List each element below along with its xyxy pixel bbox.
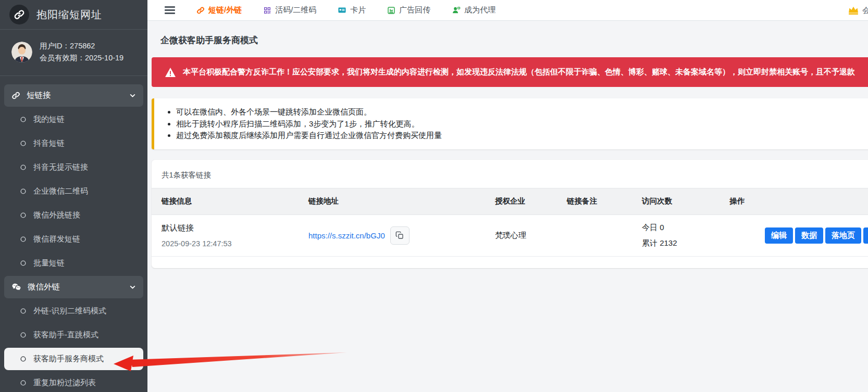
- sidebar-item-douyin-noprompt[interactable]: 抖音无提示链接: [4, 156, 143, 179]
- chevron-down-icon: [129, 92, 136, 99]
- table-header-row: 链接信息 链接地址 授权企业 链接备注 访问次数 操作: [152, 188, 868, 215]
- circle-icon: [20, 212, 27, 219]
- wechat-icon: [11, 282, 21, 292]
- sidebar-menu: 短链接 我的短链 抖音短链 抖音无提示链接 企业微信二维码 微信外跳链接 微信群…: [0, 76, 147, 392]
- anti-fraud-alert: 本平台积极配合警方反诈工作！应公安部要求，我们将对生成的内容进行检测，如发现违反…: [152, 57, 868, 87]
- agent-icon: [452, 6, 461, 15]
- circle-icon: [20, 164, 27, 171]
- circle-icon: [20, 308, 27, 314]
- card-icon: [338, 6, 346, 15]
- circle-icon: [20, 332, 27, 338]
- app-logo-link-icon: [9, 5, 29, 24]
- qrcode-icon: [263, 6, 271, 15]
- links-count-summary: 共1条获客链接: [152, 160, 868, 188]
- nav-tab-livecode-qrcode[interactable]: 活码/二维码: [263, 5, 316, 15]
- short-url-link[interactable]: https://s.szzit.cn/bGJ0: [308, 231, 385, 240]
- tip-item: 超过免费添加额度后继续添加用户需要自行通过企业微信官方付费购买使用量: [176, 130, 868, 142]
- sidebar-item-wechat-masssend[interactable]: 微信群发短链: [4, 228, 143, 250]
- sidebar-item-batch-shortlink[interactable]: 批量短链: [4, 252, 143, 274]
- app-title: 抱阳缩短网址: [36, 8, 102, 22]
- circle-icon: [20, 188, 27, 195]
- sidebar-item-douyin-shortlink[interactable]: 抖音短链: [4, 132, 143, 155]
- col-header-company: 授权企业: [495, 196, 567, 206]
- sidebar-item-outlink-qr-mode[interactable]: 外链-识别二维码模式: [4, 300, 143, 322]
- avatar: [11, 42, 32, 62]
- warning-triangle-icon: [165, 67, 176, 78]
- sidebar: 抱阳缩短网址 用户ID：275862 会员有效期：2025-10-19: [0, 0, 147, 392]
- landing-page-button[interactable]: 落地页: [825, 227, 861, 244]
- ad-callback-icon: [387, 6, 395, 15]
- membership-expiry: 会员有效期：2025-10-19: [40, 52, 123, 64]
- tip-item: 可以在微信内、外各个场景一键跳转添加企业微信页面。: [176, 106, 868, 118]
- sidebar-item-assistant-provider-mode[interactable]: 获客助手服务商模式: [4, 348, 143, 370]
- vip-label: 会: [862, 6, 868, 16]
- link-icon: [11, 91, 20, 100]
- circle-icon: [20, 116, 27, 123]
- delete-button[interactable]: 删除: [863, 227, 868, 244]
- nav-tab-card[interactable]: 卡片: [338, 5, 366, 15]
- data-button[interactable]: 数据: [795, 227, 823, 244]
- sidebar-item-wecom-qrcode[interactable]: 企业微信二维码: [4, 180, 143, 203]
- page-title: 企微获客助手服务商模式: [160, 34, 868, 46]
- visits-today: 今日 0: [642, 223, 722, 233]
- tips-callout: 可以在微信内、外各个场景一键跳转添加企业微信页面。 相比于跳转小程序后扫描二维码…: [152, 98, 868, 149]
- alert-text: 本平台积极配合警方反诈工作！应公安部要求，我们将对生成的内容进行检测，如发现违反…: [183, 67, 855, 77]
- sidebar-group-label: 短链接: [27, 90, 51, 101]
- user-id: 用户ID：275862: [40, 40, 123, 52]
- edit-button[interactable]: 编辑: [765, 227, 793, 244]
- sidebar-item-wechat-outlink[interactable]: 微信外跳链接: [4, 204, 143, 226]
- circle-icon: [20, 260, 27, 267]
- crown-icon: [848, 6, 859, 15]
- col-header-link-info: 链接信息: [152, 196, 308, 206]
- copy-icon: [395, 231, 404, 239]
- col-header-link-url: 链接地址: [308, 196, 495, 206]
- col-header-actions: 操作: [722, 196, 868, 206]
- nav-tab-shortlink-outlink[interactable]: 短链/外链: [196, 5, 242, 15]
- visits-total: 累计 2132: [642, 238, 722, 248]
- circle-icon: [20, 380, 27, 386]
- copy-url-button[interactable]: [390, 226, 410, 245]
- circle-icon: [20, 356, 27, 362]
- sidebar-item-duplicate-filter-list[interactable]: 重复加粉过滤列表: [4, 372, 143, 392]
- col-header-visits: 访问次数: [642, 196, 722, 206]
- brand: 抱阳缩短网址: [0, 0, 147, 30]
- sidebar-group-label: 微信外链: [28, 282, 60, 293]
- links-card: 共1条获客链接 链接信息 链接地址 授权企业 链接备注 访问次数 操作 默认链接…: [152, 160, 868, 268]
- authorized-company: 梵璞心理: [495, 231, 567, 241]
- sidebar-item-assistant-directjump[interactable]: 获客助手-直跳模式: [4, 324, 143, 346]
- sidebar-item-my-shortlinks[interactable]: 我的短链: [4, 108, 143, 131]
- col-header-remark: 链接备注: [567, 196, 642, 206]
- sidebar-group-wechat-outlink[interactable]: 微信外链: [4, 276, 143, 298]
- link-created-date: 2025-09-23 12:47:53: [162, 239, 308, 248]
- tip-item: 相比于跳转小程序后扫描二维码添加，3步变为了1步，推广转化更高。: [176, 118, 868, 130]
- chevron-down-icon: [129, 284, 136, 290]
- link-name: 默认链接: [162, 223, 308, 234]
- hamburger-menu-icon[interactable]: [165, 6, 175, 14]
- top-navbar: 短链/外链 活码/二维码 卡片 广告回传: [147, 0, 868, 21]
- nav-tab-become-agent[interactable]: 成为代理: [452, 5, 495, 15]
- link-icon: [196, 6, 205, 15]
- circle-icon: [20, 140, 27, 147]
- user-panel: 用户ID：275862 会员有效期：2025-10-19: [0, 30, 147, 76]
- sidebar-group-shortlink[interactable]: 短链接: [4, 84, 143, 107]
- table-row: 默认链接 2025-09-23 12:47:53 https://s.szzit…: [152, 215, 868, 257]
- nav-tab-ad-callback[interactable]: 广告回传: [387, 5, 430, 15]
- vip-membership[interactable]: 会: [848, 0, 868, 21]
- circle-icon: [20, 236, 27, 243]
- main-content: 企微获客助手服务商模式 本平台积极配合警方反诈工作！应公安部要求，我们将对生成的…: [147, 21, 868, 392]
